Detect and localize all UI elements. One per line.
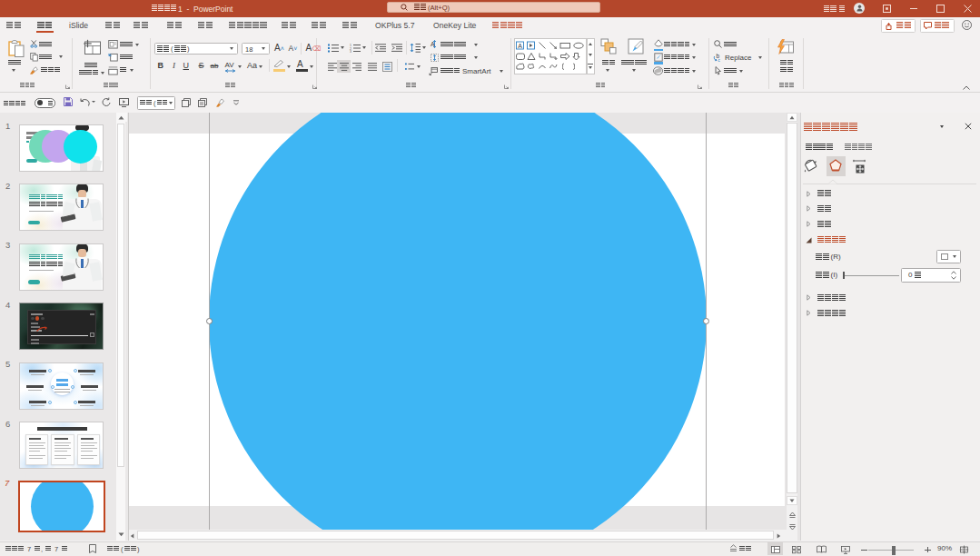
svg-text:A: A: [431, 41, 435, 47]
svg-text:3: 3: [350, 50, 351, 54]
svg-text:A: A: [518, 42, 522, 48]
svg-text:c: c: [718, 58, 721, 63]
